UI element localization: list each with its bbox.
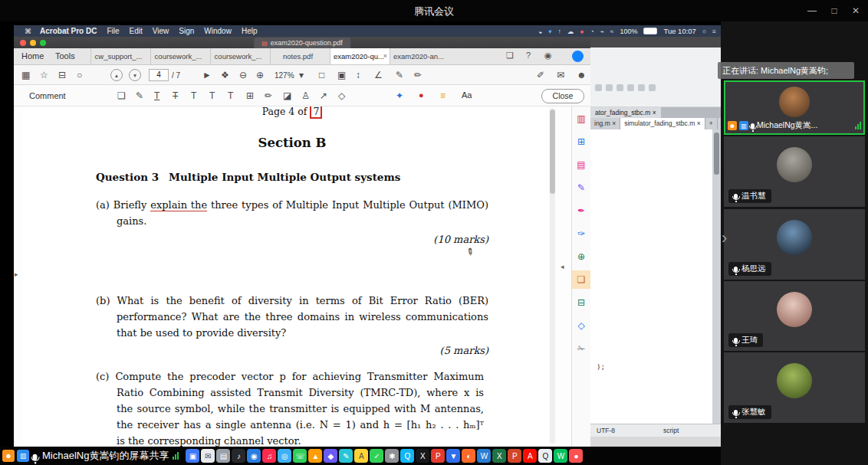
doc-tab-active[interactable]: exam2020-qu... × [330, 48, 390, 64]
dock-icon-5[interactable]: ◉ [247, 449, 261, 463]
menubar-app-name[interactable]: Acrobat Pro DC [40, 27, 97, 35]
traffic-minimize-icon[interactable] [30, 40, 36, 46]
participant-tile[interactable]: 张慧敏 [724, 352, 865, 423]
dock-icon-17[interactable]: P [431, 449, 445, 463]
doc-tab-6[interactable]: exam2020-an... [390, 48, 449, 64]
editor-tab-close-icon[interactable]: × [653, 109, 656, 116]
member-chip-icon[interactable]: ☻ [2, 450, 15, 462]
notification-center-icon[interactable]: ≡ [712, 28, 716, 35]
dock-icon-16[interactable]: X [416, 449, 429, 463]
zoom-in-icon[interactable]: ⊕ [256, 70, 264, 80]
dock-icon-6[interactable]: ♫ [262, 449, 276, 463]
dock-icon-26[interactable]: ● [569, 449, 583, 463]
right-panel-collapse-icon[interactable]: ◂ [561, 263, 564, 270]
measure-icon[interactable]: ∠ [374, 70, 383, 80]
minimize-button[interactable]: — [805, 5, 819, 16]
fill-sign-tool-icon[interactable]: ✒ [572, 205, 590, 217]
comment-close-button[interactable]: Close [541, 89, 584, 103]
dock-icon-11[interactable]: ✎ [339, 449, 353, 463]
more-tools-icon[interactable]: ⊕ [572, 251, 590, 263]
print-icon[interactable]: ⊟ [58, 70, 66, 80]
doc-tab-1[interactable]: cw_support_... [90, 48, 150, 64]
account-avatar[interactable] [572, 51, 584, 62]
doc-tab-4[interactable]: notes.pdf [270, 48, 330, 64]
help-icon[interactable]: ? [526, 51, 531, 60]
menu-sign[interactable]: Sign [179, 27, 194, 35]
zoom-caret-icon[interactable]: ▾ [299, 70, 304, 80]
panel-collapse-icon[interactable]: › [722, 228, 727, 248]
request-signatures-tool-icon[interactable]: ✑ [572, 228, 590, 240]
apple-menu-icon[interactable]: ⌘ [25, 28, 31, 35]
bell-icon[interactable]: ◉ [544, 51, 552, 61]
menu-file[interactable]: File [107, 27, 119, 35]
dock-icon-14[interactable]: ✱ [385, 449, 399, 463]
menubar-clock[interactable]: Tue 10:07 [663, 27, 695, 35]
hand-tool-icon[interactable]: ❖ [221, 70, 229, 80]
text-box-icon[interactable]: ⊞ [246, 90, 254, 101]
dock-icon-19[interactable]: ◐ [462, 449, 475, 463]
status-icon-7[interactable]: ⌁ [600, 28, 604, 35]
select-tool-icon[interactable]: ► [202, 70, 212, 80]
dock-icon-20[interactable]: W [477, 449, 491, 463]
dock-icon-7[interactable]: ◎ [278, 449, 291, 463]
dock-icon-15[interactable]: Q [400, 449, 414, 463]
protect-tool-icon[interactable]: ◇ [572, 319, 590, 332]
editor-window[interactable]: ator_fading_stbc.m × ing.m × simulator_f… [590, 37, 721, 447]
highlight-text-icon[interactable]: ✎ [136, 90, 143, 101]
doc-tab-2[interactable]: coursework_... [150, 48, 210, 64]
arrow-tool-icon[interactable]: ↗ [320, 90, 327, 101]
editor-scrollbar-thumb[interactable] [714, 133, 719, 175]
menu-help[interactable]: Help [242, 27, 258, 35]
pencil-tool-icon[interactable]: ✏ [265, 90, 272, 101]
dock-icon-2[interactable]: ✉ [201, 449, 215, 463]
export-pdf-tool-icon[interactable]: ▥ [572, 113, 590, 125]
record-status-icon[interactable]: ● [580, 28, 584, 35]
strikethrough-text-icon[interactable]: T [173, 90, 178, 101]
dock-icon-9[interactable]: ▲ [308, 449, 322, 463]
text-style-icon[interactable]: Aa [462, 90, 472, 100]
tab-tools[interactable]: Tools [51, 48, 80, 64]
email-icon[interactable]: ✉ [557, 70, 564, 80]
people-share-icon[interactable]: ☻ [577, 70, 587, 80]
star-icon[interactable]: ☆ [40, 70, 48, 80]
page-up-icon[interactable]: ▲ [110, 69, 123, 81]
underline-text-icon[interactable]: T [154, 90, 159, 101]
pin-note-icon[interactable]: ✦ [396, 90, 403, 101]
participant-tile-speaking[interactable]: ☻ ▥ MichaelNg黄嵩... [724, 80, 865, 135]
status-icon-6[interactable]: ◔ [590, 28, 593, 35]
highlight-icon[interactable]: ✏ [414, 70, 422, 80]
sticky-note-icon[interactable]: ❏ [117, 90, 126, 101]
participant-tile[interactable]: 杨思远 [724, 209, 865, 280]
misc-tool-icon[interactable]: ✁ [572, 342, 590, 355]
left-panel-expand-icon[interactable]: ▸ [15, 270, 18, 278]
document-title-tab[interactable]: ▤ exam2020-question.pdf [254, 38, 350, 48]
wifi-status-icon[interactable]: ≈ [610, 28, 614, 35]
dock-icon-24[interactable]: Q [538, 449, 552, 463]
dock-icon-10[interactable]: ◆ [324, 449, 337, 463]
dock-icon-4[interactable]: ♪ [232, 449, 245, 463]
add-text-icon[interactable]: T [228, 90, 233, 101]
menu-view[interactable]: View [153, 27, 169, 35]
eraser-tool-icon[interactable]: ◪ [283, 90, 291, 101]
share-link-icon[interactable]: ✐ [537, 70, 544, 80]
editor-tab-1-close-icon[interactable]: × [612, 120, 616, 127]
page-down-icon[interactable]: ▼ [129, 69, 141, 81]
color-swatch-icon[interactable]: ● [419, 90, 424, 100]
dock-icon-22[interactable]: P [508, 449, 521, 463]
dock-icon-8[interactable]: ☏ [293, 449, 307, 463]
line-weight-icon[interactable]: ≡ [440, 90, 446, 101]
editor-doc-tab[interactable]: ator_fading_stbc.m × [590, 107, 661, 118]
dock-icon-23[interactable]: A [523, 449, 537, 463]
editor-body[interactable] [590, 129, 721, 424]
pdf-page[interactable]: Page 4 of 7 Section B Question 3Multiple… [23, 106, 548, 447]
dock-icon-1[interactable]: ▣ [186, 449, 199, 463]
sign-icon[interactable]: ✎ [396, 70, 403, 80]
zoom-level[interactable]: 127% [275, 71, 294, 80]
participant-tile[interactable]: 王琦 [724, 281, 865, 351]
editor-tab-2-close-icon[interactable]: × [697, 120, 701, 127]
menu-window[interactable]: Window [204, 27, 232, 35]
cloud-status-icon[interactable]: ☁ [567, 28, 574, 35]
traffic-close-icon[interactable] [20, 40, 26, 46]
editor-tab-1[interactable]: ing.m × [590, 118, 620, 129]
dock-icon-3[interactable]: ▤ [216, 449, 230, 463]
